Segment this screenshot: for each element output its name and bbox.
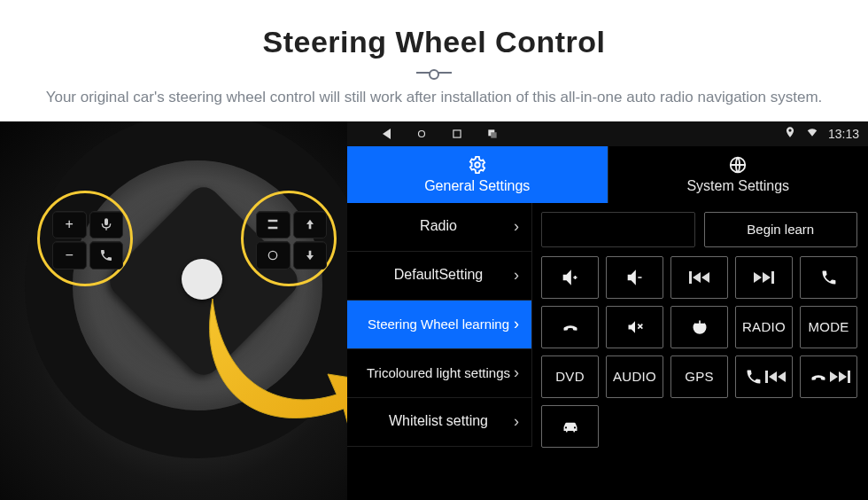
swc-prev-track-button[interactable] <box>670 256 728 299</box>
sidebar-item-label: DefaultSetting <box>363 267 514 283</box>
wifi-icon <box>805 126 819 141</box>
tab-label: System Settings <box>686 178 789 194</box>
chevron-right-icon: › <box>514 412 519 431</box>
stage: + − <box>0 121 868 501</box>
gear-icon <box>468 155 487 175</box>
nav-screenshot-icon[interactable] <box>485 127 500 141</box>
car-icon <box>560 418 581 435</box>
sidebar-item-radio[interactable]: Radio › <box>347 203 532 252</box>
svg-rect-2 <box>453 129 461 137</box>
sidebar-item-label: Tricoloured light settings <box>363 365 514 380</box>
swc-power-button[interactable] <box>670 306 728 348</box>
swc-mute-button[interactable] <box>606 306 663 348</box>
volume-up-icon <box>560 269 581 286</box>
wheel-button-plus: + <box>52 211 87 239</box>
sidebar-item-label: Radio <box>363 218 514 234</box>
swc-empty-slot <box>735 405 793 448</box>
chevron-right-icon: › <box>514 315 519 333</box>
swc-next-track-button[interactable] <box>735 256 793 299</box>
status-time: 13:13 <box>828 127 859 141</box>
wheel-logo <box>182 259 222 300</box>
power-icon <box>689 318 710 336</box>
svg-point-1 <box>419 130 425 137</box>
wheel-button-voice <box>89 211 124 239</box>
settings-sidebar: Radio › DefaultSetting › Steering Wheel … <box>347 203 532 501</box>
swc-empty-slot <box>606 405 663 448</box>
wheel-button-down <box>293 241 328 270</box>
swc-phone-next-button[interactable] <box>800 355 857 398</box>
chevron-right-icon: › <box>514 217 519 236</box>
swc-phone-hangup-button[interactable] <box>541 306 599 348</box>
swc-phone-answer-button[interactable] <box>800 256 857 299</box>
swc-volume-up-button[interactable] <box>541 256 599 299</box>
sidebar-item-label: Steering Wheel learning <box>363 316 514 332</box>
chevron-right-icon: › <box>514 266 519 285</box>
wheel-button-minus: − <box>52 241 87 270</box>
sidebar-item-whitelist[interactable]: Whitelist setting › <box>347 398 532 447</box>
phone-prev-icon <box>743 368 786 386</box>
swc-dvd-button[interactable]: DVD <box>541 355 599 398</box>
prev-track-icon <box>689 271 709 284</box>
swc-empty-slot <box>670 405 728 448</box>
sidebar-item-label: Whitelist setting <box>363 413 514 429</box>
globe-icon <box>728 155 748 175</box>
svg-rect-4 <box>491 132 496 137</box>
nav-recent-icon[interactable] <box>450 127 464 141</box>
phone-hangup-icon <box>560 318 581 336</box>
learn-slot-empty[interactable] <box>541 212 695 247</box>
volume-down-icon <box>624 269 646 286</box>
sidebar-item-default-setting[interactable]: DefaultSetting › <box>347 252 532 301</box>
page-title: Steering Wheel Control <box>35 25 833 59</box>
nav-back-icon[interactable] <box>379 127 393 141</box>
swc-audio-button[interactable]: AUDIO <box>606 355 663 398</box>
next-track-icon <box>754 271 774 284</box>
android-status-bar: 13:13 <box>347 121 868 146</box>
swc-volume-down-button[interactable] <box>606 256 663 299</box>
content-area: Begin learn <box>532 203 868 501</box>
wheel-button-cycle <box>256 241 291 270</box>
swc-car-button[interactable] <box>541 405 599 448</box>
mute-icon <box>624 318 646 336</box>
swc-mode-button[interactable]: MODE <box>800 306 857 348</box>
swc-radio-button[interactable]: RADIO <box>735 306 793 348</box>
page-subtitle: Your original car's steering wheel contr… <box>35 86 833 109</box>
wheel-button-up <box>293 211 328 239</box>
wheel-buttons-left-highlight: + − <box>37 191 133 286</box>
tab-general-settings[interactable]: General Settings <box>347 146 608 203</box>
title-divider <box>416 72 452 74</box>
gps-icon <box>784 126 796 141</box>
swc-phone-prev-button[interactable] <box>735 355 793 398</box>
swc-empty-slot <box>800 405 857 448</box>
tab-label: General Settings <box>424 178 530 194</box>
steering-wheel-photo: + − <box>0 121 347 501</box>
head-unit-screen: 13:13 General Settings System Settings R… <box>347 121 868 501</box>
sidebar-item-tricoloured-light[interactable]: Tricoloured light settings › <box>347 349 532 398</box>
phone-icon <box>818 269 840 286</box>
phone-next-icon <box>808 368 850 386</box>
swc-gps-button[interactable]: GPS <box>670 355 728 398</box>
chevron-right-icon: › <box>514 363 519 382</box>
sidebar-item-steering-wheel-learning[interactable]: Steering Wheel learning › <box>347 301 532 349</box>
svg-point-0 <box>269 251 277 259</box>
wheel-button-phone <box>89 241 124 270</box>
svg-point-5 <box>475 162 480 168</box>
wheel-button-source <box>256 211 291 239</box>
begin-learn-button[interactable]: Begin learn <box>704 212 858 247</box>
tab-system-settings[interactable]: System Settings <box>608 146 869 203</box>
nav-home-icon[interactable] <box>415 127 429 141</box>
wheel-buttons-right-highlight <box>241 191 337 286</box>
